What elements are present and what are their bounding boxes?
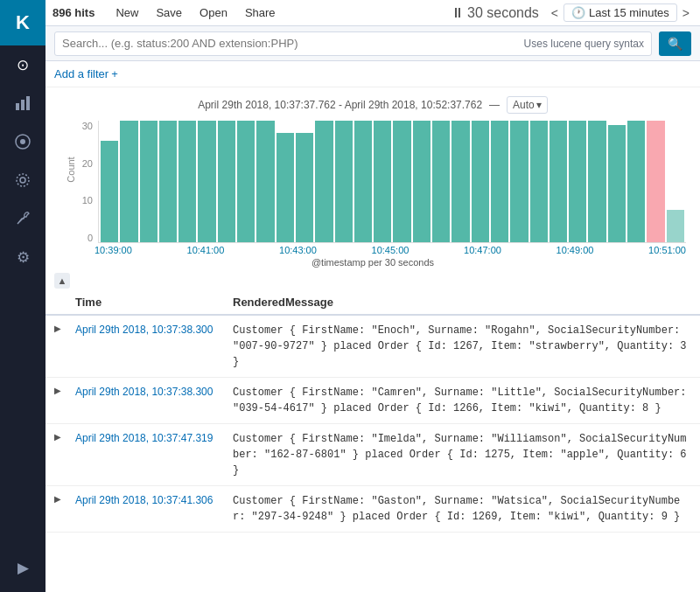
time-prev-button[interactable]: < [548,4,562,22]
table-section: Time RenderedMessage ▶ April 29th 2018, … [46,290,700,592]
x-label-0: 10:39:00 [94,245,132,255]
row-message: Customer { FirstName: "Camren", Surname:… [233,385,691,416]
svg-rect-2 [26,96,30,110]
bar[interactable] [237,121,255,242]
sidebar-item-wrench[interactable] [0,199,46,238]
sidebar-logo[interactable]: K [0,0,46,45]
row-expand-button[interactable]: ▶ [54,385,75,395]
bars-area [98,121,686,243]
sidebar-item-discover[interactable]: ⊙ [0,45,46,84]
bar[interactable] [550,121,567,242]
bar[interactable] [608,125,626,242]
x-label-3: 10:45:00 [372,245,410,255]
bar[interactable] [491,121,508,242]
bar[interactable] [140,121,158,242]
col-time-header: Time [75,296,233,309]
row-time: April 29th 2018, 10:37:41.306 [75,493,233,508]
table-body: ▶ April 29th 2018, 10:37:38.300 Customer… [46,316,700,533]
bar[interactable] [472,121,489,242]
x-label-4: 10:47:00 [464,245,501,255]
sidebar-item-timelion[interactable] [0,161,46,199]
bar[interactable] [647,121,664,242]
col-message-header: RenderedMessage [233,296,691,309]
bar[interactable] [413,121,430,242]
time-next-button[interactable]: > [679,4,693,22]
chart-auto-label: Auto [513,99,535,111]
bar[interactable] [159,121,177,242]
row-expand-button[interactable]: ▶ [54,493,75,504]
clock-icon: 🕐 [571,6,585,19]
chart-x-labels: 10:39:00 10:41:00 10:43:00 10:45:00 10:4… [60,243,686,255]
sidebar-item-settings[interactable]: ⚙ [0,238,46,276]
search-input[interactable] [62,37,524,50]
bar[interactable] [627,121,645,242]
collapse-row: ▲ [46,271,700,290]
table-row: ▶ April 29th 2018, 10:37:38.300 Customer… [46,316,700,378]
row-time: April 29th 2018, 10:37:38.300 [75,385,233,400]
interval-label: 30 seconds [467,5,539,21]
pause-button[interactable]: ⏸ 30 seconds [445,5,544,21]
sidebar-item-play[interactable]: ▶ [0,548,46,587]
chart-auto-select[interactable]: Auto ▾ [507,96,548,114]
row-time: April 29th 2018, 10:37:38.300 [75,323,233,338]
save-button[interactable]: Save [147,3,191,22]
bar[interactable] [432,121,450,242]
bar[interactable] [667,210,684,242]
y-label-30: 30 [82,121,93,131]
bar[interactable] [256,121,274,242]
chart-dash: — [489,99,500,111]
row-expand-button[interactable]: ▶ [54,431,75,442]
search-button[interactable]: 🔍 [659,31,691,56]
bar[interactable] [120,121,137,242]
bar[interactable] [315,121,332,242]
svg-point-4 [20,139,25,144]
bar[interactable] [354,121,372,242]
collapse-button[interactable]: ▲ [54,273,70,289]
time-range-selector[interactable]: 🕐 Last 15 minutes [564,3,677,22]
topbar: 896 hits New Save Open Share ⏸ 30 second… [46,0,700,26]
y-label-0: 0 [88,233,93,243]
bar[interactable] [335,121,353,242]
search-icon: 🔍 [668,37,682,51]
searchbar: Uses lucene query syntax 🔍 [46,26,700,61]
chart-date-row: April 29th 2018, 10:37:37.762 - April 29… [60,96,686,114]
sidebar: K ⊙ ⚙ ▶ [0,0,46,592]
table-row: ▶ April 29th 2018, 10:37:41.306 Customer… [46,486,700,533]
svg-rect-0 [16,103,19,110]
bar[interactable] [296,133,313,242]
row-time: April 29th 2018, 10:37:47.319 [75,431,233,446]
new-button[interactable]: New [107,3,147,22]
bar[interactable] [510,121,528,242]
search-hint: Uses lucene query syntax [524,38,644,50]
table-header: Time RenderedMessage [46,290,700,316]
filterbar: Add a filter + [46,61,700,87]
bar[interactable] [569,121,586,242]
bar[interactable] [393,121,410,242]
row-message: Customer { FirstName: "Imelda", Surname:… [233,431,691,478]
sidebar-item-dashboard[interactable] [0,122,46,161]
add-filter-button[interactable]: Add a filter + [54,67,118,80]
bar[interactable] [374,121,391,242]
bar[interactable] [530,121,548,242]
bar[interactable] [218,121,235,242]
bar[interactable] [178,121,196,242]
bar[interactable] [276,133,294,242]
y-axis: 30 20 10 0 [60,121,96,243]
time-nav: < 🕐 Last 15 minutes > [548,3,693,22]
bar[interactable] [588,121,606,242]
add-filter-label: Add a filter [54,67,108,80]
share-button[interactable]: Share [236,3,284,22]
col-expand-header [54,296,75,309]
sidebar-item-visualize[interactable] [0,84,46,122]
open-button[interactable]: Open [191,3,236,22]
bar[interactable] [452,121,469,242]
bar[interactable] [198,121,215,242]
y-label-10: 10 [82,195,93,205]
x-label-1: 10:41:00 [187,245,225,255]
chart-x-bottom: @timestamp per 30 seconds [60,257,686,268]
row-message: Customer { FirstName: "Gaston", Surname:… [233,493,691,525]
bar[interactable] [101,141,118,242]
row-expand-button[interactable]: ▶ [54,323,75,333]
topbar-nav: New Save Open Share ⏸ 30 seconds < 🕐 Las… [107,3,693,22]
chart-dropdown-icon: ▾ [536,99,542,111]
